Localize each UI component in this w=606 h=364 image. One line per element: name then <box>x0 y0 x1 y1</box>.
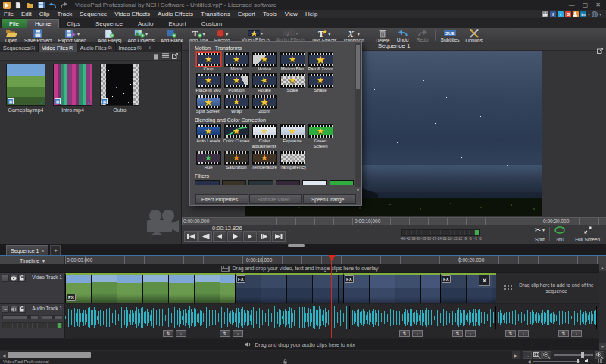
scroll-down-icon[interactable]: ▼ <box>599 343 606 350</box>
effect-tile-rotate[interactable]: ★Rotate <box>251 73 278 93</box>
effect-tile-saturation[interactable]: ★Saturation <box>223 151 250 170</box>
effect-tile-mirror[interactable]: ★Mirror <box>223 52 250 72</box>
effect-tile-zoom[interactable]: ★Zoom <box>251 95 278 114</box>
bin-clip-gameplay-mp4[interactable]: ▦♪Gameplay.mp4 <box>5 64 47 113</box>
timeline-playhead-marker[interactable] <box>328 255 336 261</box>
save-project-icon[interactable] <box>36 1 45 9</box>
speed-change-button[interactable]: Speed Change... <box>303 194 356 204</box>
clip-fx-badge[interactable]: FX <box>345 275 354 283</box>
collapse-track-button[interactable]: − <box>2 306 9 313</box>
clip-transition-icon[interactable]: ✕ <box>479 275 490 286</box>
toolbar-button-undo[interactable]: Undo <box>393 28 413 42</box>
ribbon-tab-export[interactable]: Export <box>161 19 194 28</box>
splitter-handle[interactable] <box>288 244 305 247</box>
menu-view[interactable]: View <box>281 10 301 18</box>
effects-scrollbar[interactable]: ▼ <box>355 43 361 193</box>
toolbar-button-delete[interactable]: Delete <box>373 28 393 42</box>
clip-fx-badge[interactable]: FX <box>67 294 76 301</box>
audio-clip-fx-button[interactable]: + <box>518 330 529 337</box>
effect-tile-shake[interactable]: ★Shake <box>307 73 334 93</box>
toolbar-button-add-file-s[interactable]: Add File(s) <box>95 28 124 42</box>
toolbar-button-options[interactable]: Options <box>463 28 486 42</box>
open-project-icon[interactable] <box>25 1 34 9</box>
track-mute-button[interactable] <box>10 306 17 313</box>
goto-end-button[interactable] <box>272 231 286 242</box>
overlay-drop-zone[interactable]: Drag and drop your video, text and image… <box>0 264 599 273</box>
ribbon-tab-clips[interactable]: Clips <box>59 19 88 28</box>
fullscreen-button[interactable]: Full Screen <box>573 226 602 243</box>
sequence-tab[interactable]: Sequence 1 × <box>6 245 48 255</box>
popout-icon[interactable] <box>597 43 603 57</box>
audio-clip-fade-button[interactable]: ⇅ <box>220 330 230 337</box>
timeline-vertical-scrollbar[interactable]: ▲ ▼ <box>599 264 606 350</box>
effect-tile-split-screen[interactable]: ★Split Screen <box>195 95 222 114</box>
bin-clip-intro-mp4[interactable]: ▦♪Intro.mp4 <box>52 64 94 113</box>
maximize-button[interactable]: ▢ <box>583 2 589 8</box>
timeline-hscrollbar[interactable] <box>8 351 512 359</box>
audio-drop-zone[interactable]: Drag and drop your audio clips here to m… <box>0 339 599 350</box>
zoom-slider-knob[interactable] <box>581 352 584 358</box>
undo-quick-icon[interactable] <box>48 1 57 9</box>
redo-quick-icon[interactable] <box>59 1 68 9</box>
effect-tile-crop[interactable]: ★Crop <box>195 52 222 72</box>
ribbon-tab-sequence[interactable]: Sequence <box>88 19 130 28</box>
audio-clip-fade-button[interactable]: ⇅ <box>399 330 410 337</box>
speaker-icon[interactable] <box>585 359 590 364</box>
listview-icon[interactable] <box>162 53 169 59</box>
step-back-button[interactable] <box>213 231 226 242</box>
master-volume-slider[interactable] <box>533 361 580 362</box>
audio-clip-fx-button[interactable]: + <box>571 330 582 337</box>
chevron-down-icon[interactable]: ▾ <box>588 11 590 17</box>
goto-start-button[interactable] <box>184 231 198 242</box>
timeline-zoom-slider[interactable] <box>554 354 593 356</box>
volume-min-icon[interactable]: ◀ <box>527 359 531 364</box>
resize-grip[interactable] <box>598 359 602 363</box>
close-button[interactable]: ✕ <box>595 2 601 8</box>
popout-icon[interactable] <box>172 53 178 59</box>
audio-clip[interactable] <box>299 306 350 329</box>
toolbar-button-save-project[interactable]: Save Project <box>21 28 55 42</box>
menu-track[interactable]: Track <box>53 10 76 18</box>
effect-tile-wrap[interactable]: ★Wrap <box>223 95 250 114</box>
audio-clip-fx-button[interactable]: + <box>412 330 423 337</box>
audio-clip[interactable] <box>498 306 597 329</box>
video-clip[interactable] <box>65 273 235 303</box>
effect-tile-hue[interactable]: ★Hue <box>195 151 222 170</box>
clip-fx-badge[interactable]: FX <box>236 275 245 283</box>
effect-tile-scale[interactable]: ★Scale <box>279 73 306 93</box>
video-drop-end-zone[interactable]: Drag clip here to add to end of the sequ… <box>503 273 599 303</box>
effect-tile-pan-zoom[interactable]: ★Pan & Zoom <box>307 52 334 72</box>
effect-tile-green-screen[interactable]: ★Green Screen <box>307 124 334 149</box>
menu-transitions[interactable]: Transitions <box>197 10 234 18</box>
new-project-icon[interactable] <box>14 1 23 9</box>
prev-clip-button[interactable] <box>198 231 212 242</box>
share-icon[interactable] <box>573 11 579 17</box>
effect-tile-place-in-360[interactable]: ★Place in 360 <box>195 73 222 93</box>
audio-clip[interactable] <box>352 306 496 329</box>
timeline-playhead[interactable] <box>331 256 332 338</box>
effect-tile-exposure[interactable]: ★Exposure <box>279 124 306 149</box>
zoom-out-icon[interactable] <box>542 351 551 359</box>
ribbon-tab-audio[interactable]: Audio <box>130 19 161 28</box>
hscrollbar-thumb[interactable] <box>8 352 91 358</box>
bin-clip-outro[interactable]: ▦♪Outro <box>98 64 141 113</box>
minimize-button[interactable]: — <box>569 2 575 8</box>
360-video-button[interactable]: 360 <box>552 226 567 243</box>
toolbar-button-export-video[interactable]: ▾Export Video <box>55 28 89 42</box>
effect-tile-auto-levels[interactable]: ★Auto Levels <box>195 124 222 149</box>
effect-properties-button[interactable]: Effect Properties... <box>195 194 248 204</box>
zoom-fit-width-icon[interactable]: ↔ <box>523 351 532 359</box>
twitter-icon[interactable]: t <box>558 11 564 17</box>
audio-clip-fade-button[interactable]: ⇅ <box>505 330 516 337</box>
bin-tab-[interactable]: + <box>145 43 155 52</box>
effect-tile-position[interactable]: ★Position <box>223 73 250 93</box>
audio-clip-fade-button[interactable]: ⇅ <box>558 330 569 337</box>
scroll-down-icon[interactable]: ▼ <box>355 187 361 193</box>
menu-audio-effects[interactable]: Audio Effects <box>154 10 197 18</box>
track-lock-button[interactable] <box>18 306 26 313</box>
video-track[interactable]: FXFXFXFX✕Drag clip here to add to end of… <box>65 273 599 303</box>
ribbon-tab-custom[interactable]: Custom <box>194 19 230 28</box>
track-lock-button[interactable] <box>18 275 26 282</box>
menu-help[interactable]: Help <box>301 10 321 18</box>
effects-scrollbar-thumb[interactable] <box>356 45 360 89</box>
